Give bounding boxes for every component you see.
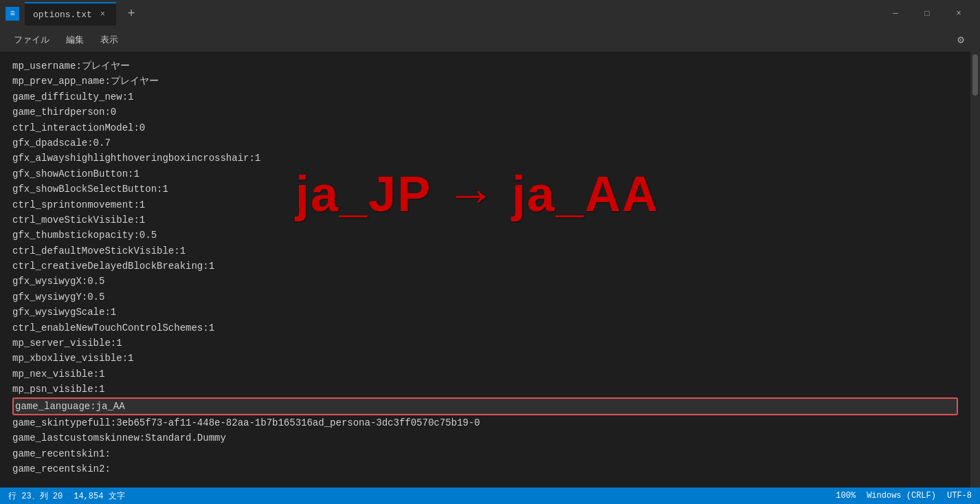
line-ending[interactable]: Windows (CRLF) [867, 491, 936, 501]
scrollbar-thumb[interactable] [972, 54, 978, 96]
editor-line: gfx_dpadscale:0.7 [12, 135, 958, 151]
editor-line: mp_prev_app_name:プレイヤー [12, 74, 958, 89]
char-count: 14,854 文字 [74, 490, 124, 502]
status-bar-right: 100% Windows (CRLF) UTF-8 [836, 491, 972, 501]
editor-line: game_thirdperson:0 [12, 105, 958, 120]
app-icon: ≡ [5, 7, 19, 21]
close-button[interactable]: × [943, 0, 975, 28]
status-bar: 行 23、列 20 14,854 文字 100% Windows (CRLF) … [0, 487, 980, 504]
cursor-position: 行 23、列 20 [8, 490, 63, 502]
zoom-level[interactable]: 100% [836, 491, 856, 501]
window-controls: — □ × [880, 0, 975, 28]
tab-close-button[interactable]: × [98, 8, 108, 21]
menu-edit[interactable]: 編集 [58, 31, 92, 49]
editor-line: game_language:ja_AA [12, 397, 958, 415]
editor-line: mp_xboxlive_visible:1 [12, 351, 958, 366]
editor-line: game_recentskin1: [12, 446, 958, 461]
encoding[interactable]: UTF-8 [947, 491, 972, 501]
editor-line: ctrl_sprintonmovement:1 [12, 197, 958, 212]
editor-line: mp_nex_visible:1 [12, 366, 958, 382]
minimize-button[interactable]: — [880, 0, 911, 28]
editor-line: ctrl_enableNewTouchControlSchemes:1 [12, 320, 958, 336]
editor-line: game_difficulty_new:1 [12, 89, 958, 105]
editor-line: ctrl_creativeDelayedBlockBreaking:1 [12, 259, 958, 274]
editor-area[interactable]: mp_username:プレイヤーmp_prev_app_name:プレイヤーg… [0, 52, 970, 487]
title-bar: ≡ options.txt × + — □ × [0, 0, 980, 28]
editor-line: game_skintypefull:3eb65f73-af11-448e-82a… [12, 415, 958, 430]
editor-line: mp_username:プレイヤー [12, 58, 958, 74]
editor-line: gfx_showActionButton:1 [12, 166, 958, 182]
new-tab-button[interactable]: + [122, 4, 141, 23]
editor-line: ctrl_moveStickVisible:1 [12, 212, 958, 228]
editor-line: mp_server_visible:1 [12, 336, 958, 351]
editor-line: ctrl_interactionModel:0 [12, 120, 958, 135]
editor-line: gfx_thumbstickopacity:0.5 [12, 228, 958, 243]
scrollbar[interactable] [970, 52, 980, 487]
settings-button[interactable]: ⚙ [947, 26, 975, 54]
editor-line: gfx_alwayshighlighthoveringboxincrosshai… [12, 151, 958, 166]
editor-line: gfx_wysiwygScale:1 [12, 305, 958, 320]
editor-line: gfx_showBlockSelectButton:1 [12, 182, 958, 197]
active-tab[interactable]: options.txt × [25, 2, 116, 25]
editor-line: game_recentskin2: [12, 461, 958, 476]
editor-line: gfx_wysiwygY:0.5 [12, 289, 958, 305]
menu-items: ファイル 編集 表示 [5, 31, 126, 49]
editor-line: mp_psn_visible:1 [12, 382, 958, 397]
editor-line: game_lastcustomskinnew:Standard.Dummy [12, 430, 958, 446]
editor-line: gfx_wysiwygX:0.5 [12, 274, 958, 289]
editor-line: ctrl_defaultMoveStickVisible:1 [12, 243, 958, 259]
tab-label: options.txt [33, 10, 92, 20]
maximize-button[interactable]: □ [911, 0, 943, 28]
menu-bar: ファイル 編集 表示 ⚙ [0, 28, 980, 52]
main-content: mp_username:プレイヤーmp_prev_app_name:プレイヤーg… [0, 52, 980, 487]
menu-file[interactable]: ファイル [5, 31, 58, 49]
menu-view[interactable]: 表示 [92, 31, 126, 49]
